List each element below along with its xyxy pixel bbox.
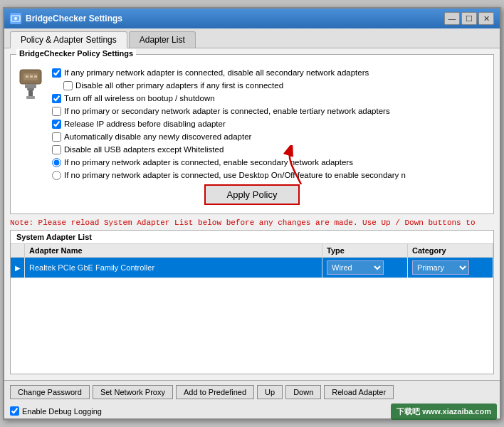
apply-button-row: Apply Policy — [16, 184, 488, 205]
bottom-bar: Change Password Set Network Proxy Add to… — [4, 380, 500, 404]
row-type-select[interactable]: Wired Wireless — [327, 260, 384, 275]
check-label-6: Automatically disable any newly discover… — [64, 132, 251, 142]
col-type: Type — [322, 244, 408, 257]
set-network-proxy-button[interactable]: Set Network Proxy — [93, 385, 173, 399]
window-title: BridgeChecker Settings — [26, 14, 122, 23]
checkbox-2[interactable] — [63, 81, 73, 90]
tab-bar: Policy & Adapter Settings Adapter List — [4, 28, 500, 48]
adapter-list-section: System Adapter List Adapter Name Type Ca… — [10, 230, 494, 374]
window-controls: — ☐ ✕ — [444, 12, 494, 25]
down-button[interactable]: Down — [285, 385, 321, 399]
check-label-7: Disable all USB adapters except Whitelis… — [64, 144, 224, 155]
check-row-radio-2: If no primary network adapter is connect… — [52, 170, 488, 181]
check-label-3: Turn off all wireless on bootup / shutdo… — [64, 93, 215, 104]
svg-rect-7 — [26, 96, 35, 99]
close-button[interactable]: ✕ — [478, 12, 494, 25]
col-arrow — [11, 244, 25, 257]
radio-label-1: If no primary network adapter is connect… — [64, 157, 353, 168]
row-arrow-cell: ▶ — [11, 258, 25, 278]
row-arrow-icon: ▶ — [15, 264, 21, 272]
app-icon — [10, 13, 21, 24]
checkbox-4[interactable] — [52, 107, 61, 116]
check-row-radio-1: If no primary network adapter is connect… — [52, 157, 488, 168]
title-bar: BridgeChecker Settings — ☐ ✕ — [4, 9, 500, 28]
check-label-1: If any primary network adapter is connec… — [64, 68, 369, 78]
policy-section-label: BridgeChecker Policy Settings — [16, 49, 136, 58]
svg-rect-10 — [34, 75, 37, 78]
row-type-cell: Wired Wireless — [322, 258, 408, 278]
check-row-3: Turn off all wireless on bootup / shutdo… — [52, 93, 488, 104]
radio-1[interactable] — [52, 158, 61, 167]
col-category: Category — [408, 244, 493, 257]
row-category-cell: Primary Secondary Tertiary — [408, 258, 493, 278]
reload-adapter-button[interactable]: Reload Adapter — [324, 385, 394, 399]
maximize-button[interactable]: ☐ — [461, 12, 477, 25]
svg-rect-4 — [25, 84, 36, 88]
apply-policy-button[interactable]: Apply Policy — [204, 184, 300, 205]
debug-logging-label: Enable Debug Logging — [22, 407, 102, 416]
svg-rect-6 — [28, 90, 33, 96]
radio-label-2: If no primary network adapter is connect… — [64, 170, 406, 181]
add-to-predefined-button[interactable]: Add to Predefined — [176, 385, 254, 399]
svg-rect-8 — [26, 75, 28, 78]
change-password-button[interactable]: Change Password — [10, 385, 90, 399]
check-label-5: Release IP address before disabling adap… — [64, 119, 226, 130]
main-content: BridgeChecker Policy Settings — [4, 48, 500, 380]
radio-2[interactable] — [52, 171, 61, 180]
check-row-7: Disable all USB adapters except Whitelis… — [52, 144, 488, 155]
checkbox-6[interactable] — [52, 132, 61, 142]
debug-logging-checkbox[interactable] — [10, 406, 19, 416]
row-adapter-name: Realtek PCIe GbE Family Controller — [25, 258, 322, 278]
col-adapter-name: Adapter Name — [25, 244, 322, 257]
adapter-icon — [16, 66, 45, 107]
minimize-button[interactable]: — — [444, 12, 460, 25]
tab-adapterlist[interactable]: Adapter List — [129, 31, 196, 48]
check-row-5: Release IP address before disabling adap… — [52, 119, 488, 130]
svg-rect-5 — [27, 88, 34, 90]
checkbox-5[interactable] — [52, 120, 61, 129]
svg-point-1 — [14, 17, 17, 20]
checkbox-1[interactable] — [52, 68, 61, 78]
note-text: Note: Please reload System Adapter List … — [10, 218, 494, 227]
check-row-6: Automatically disable any newly discover… — [52, 132, 488, 142]
adapter-list-header: System Adapter List — [11, 231, 493, 244]
row-category-select[interactable]: Primary Secondary Tertiary — [412, 260, 469, 275]
tab-policy[interactable]: Policy & Adapter Settings — [10, 31, 127, 48]
check-label-4: If no primary or secondary network adapt… — [64, 106, 390, 117]
table-row[interactable]: ▶ Realtek PCIe GbE Family Controller Wir… — [11, 258, 493, 278]
checks-area: If any primary network adapter is connec… — [16, 68, 488, 180]
checkbox-7[interactable] — [52, 145, 61, 154]
table-header: Adapter Name Type Category — [11, 244, 493, 258]
checkbox-3[interactable] — [52, 94, 61, 103]
svg-rect-9 — [30, 75, 33, 78]
policy-settings-section: BridgeChecker Policy Settings — [10, 54, 494, 214]
check-row-2: Disable all other primary adapters if an… — [52, 80, 488, 91]
check-row-1: If any primary network adapter is connec… — [52, 68, 488, 78]
main-window: BridgeChecker Settings — ☐ ✕ Policy & Ad… — [3, 7, 501, 420]
up-button[interactable]: Up — [257, 385, 283, 399]
check-label-2: Disable all other primary adapters if an… — [75, 80, 283, 91]
check-row-4: If no primary or secondary network adapt… — [52, 106, 488, 117]
watermark: 下载吧 www.xiazaiba.com — [391, 404, 497, 420]
